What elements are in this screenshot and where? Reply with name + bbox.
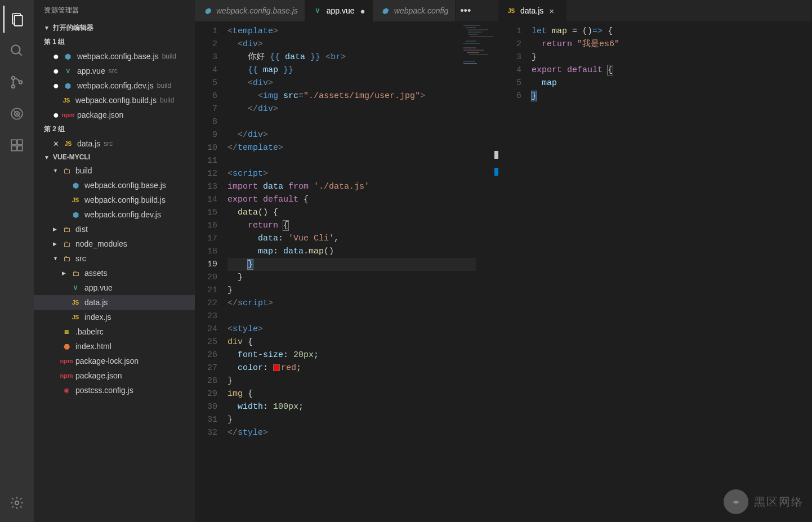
tab-overflow-icon[interactable]: ••• [456,0,475,21]
vue-icon: V [63,65,74,77]
minimap[interactable] [462,24,496,69]
extensions-icon[interactable] [3,132,30,159]
tree-label: src [75,254,86,263]
folder-icon: 🗀 [70,267,81,279]
svg-rect-19 [470,36,493,37]
svg-rect-23 [463,50,484,51]
js-icon: JS [61,95,72,106]
tree-item[interactable]: ▶🗀dist [34,222,195,237]
svg-rect-27 [463,63,477,64]
svg-point-5 [12,85,15,88]
tree-item[interactable]: ⬢webpack.config.base.js [34,178,195,193]
file-name: app.vue [77,66,105,75]
settings-icon[interactable] [3,489,30,516]
js-icon: JS [506,5,517,16]
svg-rect-15 [466,27,476,28]
editor-group-1-label[interactable]: 第 1 组 [34,35,195,49]
tree-label: app.vue [84,283,113,292]
tab-label: webpack.config [394,6,449,15]
tree-item[interactable]: ⬣index.html [34,339,195,354]
tree-item[interactable]: ▶🗀node_modules [34,237,195,251]
svg-rect-26 [463,61,475,62]
tree-label: index.html [75,342,111,351]
js-icon: JS [70,194,81,206]
tree-label: webpack.config.base.js [84,181,166,190]
tree-item[interactable]: ⬢webpack.config.dev.js [34,207,195,222]
dirty-indicator: ● [53,83,59,88]
tree-item[interactable]: ▦.babelrc [34,324,195,339]
postcss-icon: ◉ [61,385,72,396]
config-icon: ⬢ [70,209,81,220]
svg-rect-21 [463,43,480,44]
svg-point-2 [11,45,20,53]
js-icon: JS [63,138,74,149]
file-path: build [162,52,176,60]
editor-tab[interactable]: Vapp.vue● [305,0,373,21]
tree-item[interactable]: ◉postcss.config.js [34,383,195,398]
tree-label: postcss.config.js [75,386,133,395]
editor-group-2-label[interactable]: 第 2 组 [34,122,195,136]
editor-pane-1: ⬢webpack.config.base.jsVapp.vue●⬢webpack… [195,0,499,522]
editor-tab[interactable]: JSdata.js× [499,0,566,21]
svg-rect-20 [466,41,476,42]
code-2[interactable]: let map = ()=> { return "我是es6"}export d… [532,21,811,522]
editor-body-2[interactable]: 123456 let map = ()=> { return "我是es6"}e… [499,21,811,522]
tree-item[interactable]: ▼🗀build [34,163,195,178]
svg-point-13 [15,501,19,505]
config-icon: ⬢ [380,5,391,16]
tree-label: data.js [84,298,108,307]
open-editor-item[interactable]: ●⬢webpack.config.dev.jsbuild [34,78,195,93]
chevron-down-icon: ▼ [44,154,50,160]
explorer-icon[interactable] [3,6,30,33]
tree-label: webpack.config.build.js [84,195,166,204]
open-editors-header[interactable]: ▼ 打开的编辑器 [34,21,195,35]
open-editor-item[interactable]: ●npmpackage.json [34,108,195,122]
open-editor-item[interactable]: ✕JSdata.jssrc [34,136,195,151]
open-editor-item[interactable]: ●Vapp.vuesrc [34,64,195,78]
open-editor-item[interactable]: JSwebpack.config.build.jsbuild [34,93,195,108]
close-icon[interactable]: × [549,6,554,16]
tree-item[interactable]: JSindex.js [34,310,195,324]
search-icon[interactable] [3,37,30,64]
editor-body-1[interactable]: 1234567891011121314151617181920212223242… [195,21,498,522]
tree-item[interactable]: ▶🗀assets [34,266,195,280]
gutter-1: 1234567891011121314151617181920212223242… [195,21,227,522]
vue-icon: V [312,5,323,16]
twisty-icon: ▶ [53,241,59,247]
svg-line-3 [19,52,21,55]
dirty-indicator: ● [360,6,365,16]
project-header[interactable]: ▼ VUE-MYCLI [34,151,195,163]
svg-point-6 [19,81,22,83]
debug-icon[interactable] [3,100,30,127]
tree-item[interactable]: ▼🗀src [34,251,195,266]
svg-rect-9 [11,140,16,145]
tab-label: app.vue [327,6,355,15]
svg-rect-16 [468,29,488,30]
config-icon: ⬢ [63,80,74,91]
tree-item[interactable]: npmpackage.json [34,368,195,383]
js-icon: JS [70,311,81,323]
tree-label: package.json [75,371,122,380]
file-name: webpack.config.build.js [75,96,157,105]
open-editor-item[interactable]: ●⬢webpack.config.base.jsbuild [34,49,195,64]
editor-tab[interactable]: ⬢webpack.config [373,0,456,21]
code-1[interactable]: <template> <div> 你好 {{ data }} <br> {{ m… [227,21,498,522]
svg-rect-18 [468,34,478,35]
tree-label: assets [84,269,107,278]
tree-item[interactable]: Vapp.vue [34,280,195,295]
tree-item[interactable]: npmpackage-lock.json [34,354,195,368]
config-icon: ⬢ [63,51,74,62]
config-icon: ⬢ [202,5,213,16]
source-control-icon[interactable] [3,69,30,96]
sidebar-title: 资源管理器 [34,0,195,21]
folder-icon: 🗀 [61,238,72,249]
close-icon[interactable]: ✕ [53,140,59,148]
tree-item[interactable]: JSwebpack.config.build.js [34,193,195,207]
editor-pane-2: JSdata.js× 123456 let map = ()=> { retur… [499,0,812,522]
file-name: webpack.config.dev.js [77,81,154,90]
dirty-indicator: ● [53,112,59,118]
tree-item[interactable]: JSdata.js [34,295,195,310]
chevron-down-icon: ▼ [44,25,50,31]
npm-icon: npm [61,355,72,367]
editor-tab[interactable]: ⬢webpack.config.base.js [195,0,305,21]
